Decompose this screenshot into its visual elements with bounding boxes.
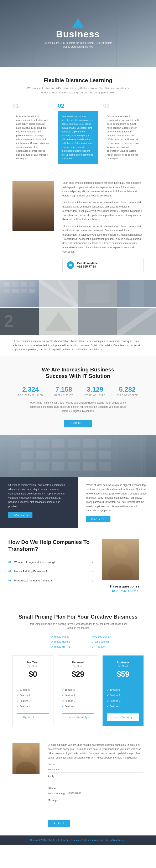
svg-rect-17 [129,280,144,307]
form-input-phone[interactable] [48,790,144,796]
form-submit-button[interactable]: SUBMIT [48,820,70,827]
svg-rect-44 [83,462,96,470]
svg-point-50 [20,746,32,758]
stats-section: We Are Increasing Business Success With … [0,356,156,435]
svg-rect-49 [12,743,40,774]
pricing-features-col-2: → → Free Sub Domain → → Cname domain → →… [84,634,113,649]
plan-team-period: Per Month [17,665,49,668]
plan-team-f1: 10 Users [17,687,49,692]
logo-triangle-icon [72,18,84,28]
plan-business-f4: Feature 4 [107,704,139,709]
form-field-apply: Apply [48,775,144,784]
faq-arrow-3-icon: ∨ [91,579,93,582]
about-text: Each color evokes different emotions for… [63,181,144,272]
faq-item-1[interactable]: 01. What is off page and link working? ∨ [8,558,93,567]
svg-rect-29 [36,439,49,447]
pricing-card-team: For Team Per Month $0 10 Users Feature 2… [12,655,53,726]
stats-row: 2.324 PROJECTS FINISHED 7.158 HAPPY CLIE… [12,385,144,397]
gallery-img-7 [78,308,117,335]
two-col-section: Ut enim ad minim veniam, quis nostrud ex… [0,477,156,528]
two-col-left-body: Ut enim ad minim veniam, quis nostrud ex… [8,483,70,508]
faq-item-2[interactable]: 02. House Painting Essentials? ∨ [8,567,93,576]
plan-personal-period: Per Month [62,665,94,668]
two-col-left-read-more-button[interactable]: READ MORE [8,512,33,518]
form-textarea-message[interactable] [48,803,144,815]
plan-team-f4: Feature 4 [17,704,49,709]
contact-form-area: Ut enim ad minim veniam, quis nostrud ex… [48,743,144,827]
form-field-phone: iPhone [48,787,144,796]
faq-q1-text: What is off page and link working? [14,561,55,564]
svg-rect-46 [102,539,140,580]
faq-title: How Do We Help Companies To Transform? [8,539,93,553]
call-box: ☎ Call Us Anytime +92 555 77 88 [63,258,144,272]
plan-business-period: Per Month [107,665,139,668]
svg-text:2: 2 [4,311,13,330]
col3-num: 03 [103,102,144,109]
two-col-left: Ut enim ad minim veniam, quis nostrud ex… [0,477,78,528]
about-section: Each color evokes different emotions for… [0,173,156,280]
flexible-title: Flexible Distance Learning [12,77,144,84]
gallery-row-1 [0,280,156,307]
stat-hours-num: 3.129 [84,385,106,393]
plan-business-price: $59 [107,670,139,679]
phone-icon: ☎ [67,261,74,269]
svg-rect-37 [68,451,80,459]
svg-rect-8 [21,289,27,293]
faq-question-2[interactable]: 02. House Painting Essentials? ∨ [8,570,93,573]
gallery-row-2: 2 [0,308,156,335]
svg-rect-41 [36,462,49,470]
flexible-columns: 01 Duis aute irure dolor in reprehenderi… [12,102,144,164]
gallery-img-4 [117,280,156,307]
stat-projects-num: 2.324 [18,385,43,393]
call-label: Call Us Anytime [77,261,98,265]
hero-section: Business Lorem ipsum: Click to select th… [0,0,156,67]
stat-clients-num: 7.158 [54,385,73,393]
plan-team-features: 10 Users Feature 2 Feature 3 Feature 4 [17,687,49,709]
col1-body: Duis aute irure dolor in reprehenderit i… [16,115,49,161]
faq-phone-number: +1 (234) 567-8910 [116,590,138,593]
flexible-section: Flexible Distance Learning We provide fl… [0,67,156,173]
faq-q2-text: House Painting Essentials? [14,570,47,573]
plan-personal-button[interactable]: Proceed Annually → [62,713,94,721]
svg-rect-27 [10,435,146,477]
gallery-caption: Ut enim ad minim veniam, quis nostrud ex… [0,335,156,356]
form-input-name[interactable] [48,767,144,773]
svg-rect-42 [52,462,65,470]
faq-right: Have a questions? ☎ +1 (234) 567-8910 [102,539,148,593]
plan-personal-price: $29 [62,670,94,679]
contact-body: Ut enim ad minim veniam, quis nostrud ex… [48,743,144,760]
form-input-apply[interactable] [48,779,144,784]
svg-point-47 [113,544,128,559]
person-silhouette [12,181,54,231]
faq-section: How Do We Help Companies To Transform? 0… [0,528,156,603]
pricing-title: Small Pricing Plan For Your Creative Bus… [12,614,144,620]
form-field-name: Name [48,763,144,773]
svg-point-48 [108,564,133,580]
faq-question-1[interactable]: 01. What is off page and link working? ∨ [8,561,93,564]
about-para-2: Ut enim ad minim veniam, quis nostrud ex… [63,200,144,222]
svg-rect-3 [12,282,19,286]
two-col-right: Which student achieves express highest l… [78,477,156,528]
gallery-img-1 [0,280,39,307]
svg-rect-43 [68,462,80,470]
col2-num: 02 [58,102,98,109]
faq-question-3[interactable]: 03. Plan Ahead for Home Painting? ∨ [8,579,93,582]
plan-team-button[interactable]: Upload Free → [17,713,49,721]
col1-content: Duis aute irure dolor in reprehenderit i… [12,111,53,164]
svg-rect-22 [78,308,117,335]
pricing-cards: For Team Per Month $0 10 Users Feature 2… [12,655,144,726]
pricing-feature-1: → → Unlimited Pages [43,634,72,639]
faq-item-3[interactable]: 03. Plan Ahead for Home Painting? ∨ [8,576,93,585]
form-label-name: Name [48,763,144,766]
faq-q3-text: Plan Ahead for Home Painting? [14,579,52,582]
stat-hours: 3.129 WORKING HOURS [84,385,106,397]
plan-team-price: $0 [17,670,49,679]
two-col-right-read-more-button[interactable]: READ MORE [86,516,111,522]
svg-rect-40 [21,462,33,470]
svg-rect-30 [52,439,65,447]
pricing-card-business: Business Per Month $59 10 Users Feature … [103,655,144,726]
stats-title: We Are Increasing Business Success With … [12,366,144,379]
plan-business-features: 10 Users Feature 2 Feature 3 Feature 4 [107,687,139,709]
plan-business-button[interactable]: Proceed Annually → [107,713,139,721]
stats-read-more-button[interactable]: READ MORE [64,420,92,427]
